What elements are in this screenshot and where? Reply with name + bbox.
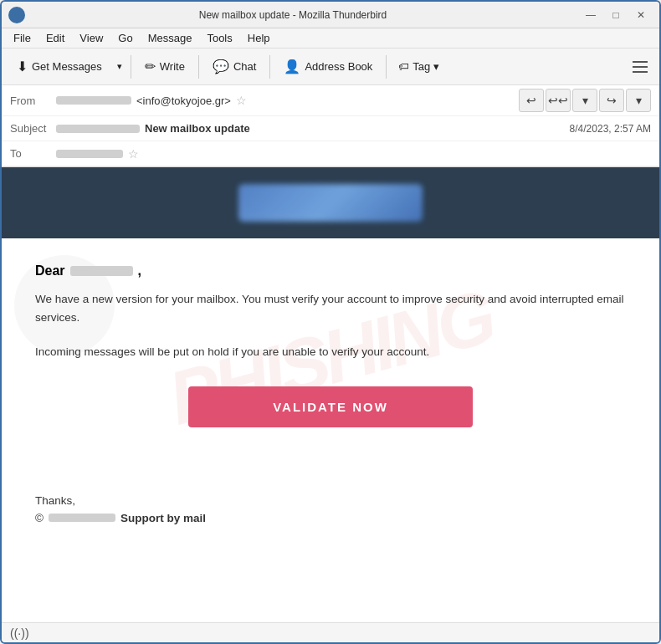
email-header: From <info@tokyojoe.gr> ☆ ↩ ↩↩ ▾ ↪ ▾ Sub… (2, 85, 659, 167)
menu-go[interactable]: Go (111, 30, 139, 46)
dear-line: Dear , (35, 263, 626, 279)
reply-button[interactable]: ↩ (519, 89, 544, 112)
to-row: To ☆ (2, 141, 659, 166)
email-content-inner: Dear , We have a new version for your ma… (35, 263, 626, 427)
tag-icon: 🏷 (398, 60, 409, 73)
menu-file[interactable]: File (7, 30, 38, 46)
thanks-line: Thanks, (35, 494, 626, 507)
hamburger-line-1 (633, 61, 648, 63)
title-bar: New mailbox update - Mozilla Thunderbird… (2, 2, 659, 28)
address-book-icon: 👤 (284, 59, 300, 74)
subject-text: New mailbox update (145, 122, 250, 135)
copyright-line: © Support by mail (35, 512, 626, 524)
email-banner (2, 167, 659, 238)
chat-button[interactable]: 💬 Chat (204, 54, 264, 79)
menu-tools[interactable]: Tools (200, 30, 238, 46)
to-address-redacted (56, 150, 123, 158)
sender-email: <info@tokyojoe.gr> (136, 95, 231, 107)
email-timestamp: 8/4/2023, 2:57 AM (570, 123, 651, 135)
company-logo-blurred (238, 184, 423, 222)
to-label: To (10, 147, 56, 160)
main-window: New mailbox update - Mozilla Thunderbird… (0, 0, 661, 644)
menu-message[interactable]: Message (141, 30, 199, 46)
get-messages-icon: ⬇ (17, 59, 28, 74)
address-book-button[interactable]: 👤 Address Book (275, 54, 381, 79)
favorite-star-icon[interactable]: ☆ (236, 94, 247, 107)
write-button[interactable]: ✏ Write (136, 54, 193, 79)
email-content: PHISHING Dear , We have a new version fo… (2, 238, 659, 478)
dear-prefix: Dear (35, 263, 65, 279)
email-body: PHISHING Dear , We have a new version fo… (2, 167, 659, 622)
menu-help[interactable]: Help (241, 30, 277, 46)
from-value: <info@tokyojoe.gr> ☆ (56, 94, 512, 107)
recipient-name-redacted (70, 266, 133, 276)
more-nav-button[interactable]: ▾ (626, 89, 651, 112)
tag-button[interactable]: 🏷 Tag ▾ (392, 56, 446, 77)
email-paragraph-1: We have a new version for your mailbox. … (35, 290, 626, 326)
from-row: From <info@tokyojoe.gr> ☆ ↩ ↩↩ ▾ ↪ ▾ (2, 85, 659, 116)
subject-value: New mailbox update (56, 122, 570, 135)
menu-bar: File Edit View Go Message Tools Help (2, 28, 659, 49)
menu-view[interactable]: View (73, 30, 110, 46)
forward-button[interactable]: ↪ (599, 89, 624, 112)
prev-nav-button[interactable]: ▾ (572, 89, 597, 112)
dear-comma: , (138, 263, 141, 279)
hamburger-menu-button[interactable] (628, 54, 653, 79)
to-star-icon[interactable]: ☆ (128, 147, 139, 161)
sender-name-redacted (56, 96, 131, 105)
email-footer: Thanks, © Support by mail (2, 478, 659, 549)
hamburger-line-2 (633, 66, 648, 68)
copyright-symbol: © (35, 512, 44, 524)
wifi-icon: ((·)) (10, 626, 29, 640)
email-paragraph-2: Incoming messages will be put on hold if… (35, 343, 626, 361)
company-name-redacted (49, 514, 115, 522)
get-messages-dropdown[interactable]: ▾ (114, 57, 126, 76)
tag-chevron: ▾ (433, 60, 439, 73)
close-button[interactable]: ✕ (629, 7, 653, 23)
window-controls: — □ ✕ (579, 7, 653, 23)
toolbar-divider-2 (198, 55, 199, 79)
write-icon: ✏ (145, 59, 156, 74)
toolbar: ⬇ Get Messages ▾ ✏ Write 💬 Chat 👤 Addres… (2, 49, 659, 85)
minimize-button[interactable]: — (579, 7, 602, 23)
maximize-button[interactable]: □ (604, 7, 628, 23)
status-bar: ((·)) (2, 622, 659, 642)
get-messages-button[interactable]: ⬇ Get Messages (8, 54, 110, 79)
hamburger-line-3 (633, 71, 648, 73)
toolbar-divider-4 (386, 55, 387, 79)
toolbar-divider-3 (269, 55, 270, 79)
toolbar-divider-1 (131, 55, 131, 79)
reply-all-button[interactable]: ↩↩ (546, 89, 571, 112)
window-title: New mailbox update - Mozilla Thunderbird (32, 9, 554, 21)
support-by-mail-text: Support by mail (120, 512, 206, 524)
to-value: ☆ (56, 147, 651, 161)
subject-prefix-redacted (56, 125, 140, 133)
menu-edit[interactable]: Edit (39, 30, 71, 46)
chat-icon: 💬 (213, 59, 229, 74)
nav-buttons: ↩ ↩↩ ▾ ↪ ▾ (519, 89, 651, 112)
from-label: From (10, 95, 56, 107)
subject-row: Subject New mailbox update 8/4/2023, 2:5… (2, 116, 659, 141)
validate-now-button[interactable]: VALIDATE NOW (188, 386, 473, 427)
subject-label: Subject (10, 122, 56, 135)
app-icon (8, 7, 25, 23)
